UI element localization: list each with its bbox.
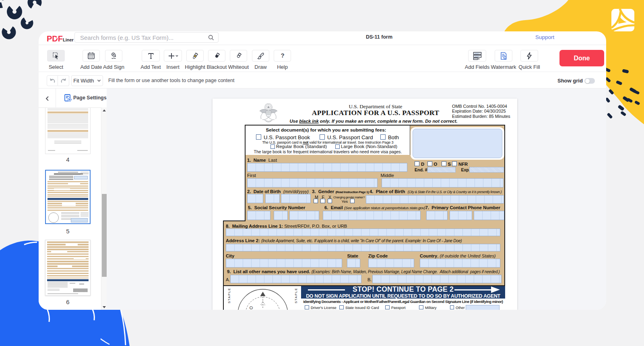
svg-text:?: ? <box>281 52 284 59</box>
svg-text:O: O <box>249 306 254 309</box>
